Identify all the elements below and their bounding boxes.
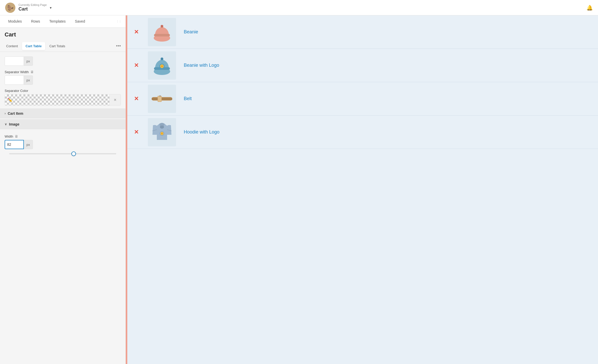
top-bar-left: 🦫 Currently Editing Page Cart ▾ bbox=[5, 3, 52, 13]
left-panel: Modules Rows Templates Saved ⋮⋮ Cart Con… bbox=[0, 15, 126, 364]
hoodie-image bbox=[148, 118, 176, 146]
beanie-name: Beanie bbox=[179, 29, 598, 35]
hoodie-image-wrap bbox=[145, 116, 179, 148]
separator-color-label: Separator Color bbox=[5, 89, 121, 93]
beanie-logo-svg bbox=[150, 54, 173, 77]
beanie-logo-image bbox=[148, 51, 176, 80]
separator-width-input[interactable] bbox=[5, 75, 24, 85]
width-slider-track[interactable] bbox=[9, 153, 116, 154]
remove-hoodie-icon[interactable]: ✕ bbox=[134, 129, 139, 136]
remove-belt-button[interactable]: ✕ bbox=[127, 95, 145, 102]
eyedropper-icon[interactable]: ✏️ bbox=[7, 98, 13, 102]
width-monitor-icon: 🖥 bbox=[15, 134, 18, 138]
sub-tab-cart-totals[interactable]: Cart Totals bbox=[46, 42, 69, 50]
svg-rect-13 bbox=[152, 98, 172, 99]
tab-templates[interactable]: Templates bbox=[45, 17, 70, 26]
separator-width-unit: px bbox=[24, 75, 33, 85]
cart-item-beanie-logo: ✕ Beanie with Logo bbox=[127, 49, 598, 82]
sub-tab-content[interactable]: Content bbox=[3, 42, 22, 50]
top-px-row: px bbox=[0, 54, 126, 68]
editing-label: Currently Editing Page bbox=[18, 3, 47, 6]
remove-beanie-logo-button[interactable]: ✕ bbox=[127, 62, 145, 69]
image-section-content: Width 🖥 px bbox=[0, 129, 126, 158]
color-picker-area[interactable]: ✏️ × bbox=[5, 94, 121, 106]
cart-item-hoodie: ✕ H bbox=[127, 116, 598, 149]
top-px-input-group: px bbox=[5, 56, 121, 66]
app-title: Currently Editing Page Cart bbox=[18, 3, 47, 12]
svg-point-10 bbox=[161, 65, 163, 67]
svg-rect-17 bbox=[160, 95, 160, 97]
remove-beanie-button[interactable]: ✕ bbox=[127, 29, 145, 35]
top-bar: 🦫 Currently Editing Page Cart ▾ 🔔 bbox=[0, 0, 598, 15]
top-px-unit: px bbox=[24, 56, 33, 66]
width-unit: px bbox=[24, 140, 33, 149]
belt-name: Belt bbox=[179, 96, 598, 101]
sub-tabs: Content Cart Table Cart Totals ••• bbox=[0, 41, 126, 52]
width-slider-thumb[interactable] bbox=[71, 151, 76, 156]
svg-point-7 bbox=[161, 58, 163, 60]
svg-point-21 bbox=[161, 132, 163, 134]
beanie-logo-image-wrap bbox=[145, 49, 179, 82]
svg-point-18 bbox=[160, 126, 164, 129]
svg-point-3 bbox=[161, 25, 163, 27]
checker-pattern: ✏️ bbox=[5, 94, 109, 105]
separator-width-input-group: px bbox=[5, 75, 121, 85]
width-input-group: px bbox=[5, 140, 121, 149]
color-clear-button[interactable]: × bbox=[109, 94, 121, 105]
beanie-image-wrap bbox=[145, 16, 179, 48]
top-tabs: Modules Rows Templates Saved ⋮⋮ bbox=[0, 15, 126, 28]
top-px-input[interactable] bbox=[5, 56, 24, 66]
cart-item-beanie: ✕ Beanie bbox=[127, 15, 598, 49]
right-panel: ✕ Beanie ✕ bbox=[127, 15, 598, 364]
svg-rect-16 bbox=[158, 96, 161, 101]
remove-beanie-icon[interactable]: ✕ bbox=[134, 29, 139, 35]
remove-beanie-logo-icon[interactable]: ✕ bbox=[134, 62, 139, 69]
image-toggle-icon: ∨ bbox=[5, 122, 7, 126]
svg-rect-14 bbox=[152, 99, 172, 100]
bell-icon[interactable]: 🔔 bbox=[586, 5, 593, 11]
section-image[interactable]: ∨ Image bbox=[0, 119, 126, 129]
image-label: Image bbox=[9, 122, 19, 126]
cart-item-toggle-icon: › bbox=[5, 112, 6, 115]
width-slider-row bbox=[5, 149, 121, 155]
width-slider-fill bbox=[9, 153, 73, 154]
beanie-image bbox=[148, 18, 176, 46]
separator-width-row: Separator Width 🖥 px bbox=[0, 68, 126, 87]
scroll-indicator: ⋮⋮ bbox=[116, 20, 121, 23]
beanie-svg bbox=[150, 21, 173, 44]
tab-modules[interactable]: Modules bbox=[4, 17, 26, 26]
monitor-icon: 🖥 bbox=[30, 70, 34, 74]
avatar: 🦫 bbox=[5, 3, 15, 13]
tab-rows[interactable]: Rows bbox=[27, 17, 44, 26]
hoodie-svg bbox=[150, 121, 173, 144]
hoodie-name: Hoodie with Logo bbox=[179, 129, 598, 135]
panel-content: px Separator Width 🖥 px Separator Color bbox=[0, 52, 126, 364]
remove-hoodie-button[interactable]: ✕ bbox=[127, 129, 145, 136]
svg-rect-1 bbox=[154, 34, 170, 36]
width-input[interactable] bbox=[5, 140, 24, 149]
panel-title-bar: Cart bbox=[0, 28, 126, 41]
separator-width-label: Separator Width 🖥 bbox=[5, 70, 121, 74]
cart-item-label: Cart Item bbox=[8, 111, 23, 116]
belt-image bbox=[148, 85, 176, 113]
beanie-logo-name: Beanie with Logo bbox=[179, 63, 598, 68]
separator-color-row: Separator Color ✏️ × bbox=[0, 87, 126, 108]
page-title-text: Cart bbox=[18, 6, 47, 12]
chevron-down-icon[interactable]: ▾ bbox=[50, 6, 52, 10]
belt-svg bbox=[150, 87, 173, 110]
sub-tab-cart-table[interactable]: Cart Table bbox=[22, 42, 45, 50]
main-layout: Modules Rows Templates Saved ⋮⋮ Cart Con… bbox=[0, 15, 598, 364]
panel-title: Cart bbox=[5, 31, 16, 38]
remove-belt-icon[interactable]: ✕ bbox=[134, 95, 139, 102]
belt-image-wrap bbox=[145, 83, 179, 115]
more-options-button[interactable]: ••• bbox=[114, 42, 123, 50]
tab-saved[interactable]: Saved bbox=[71, 17, 89, 26]
section-cart-item[interactable]: › Cart Item bbox=[0, 109, 126, 118]
cart-item-belt: ✕ Belt bbox=[127, 82, 598, 116]
width-label: Width 🖥 bbox=[5, 134, 121, 138]
